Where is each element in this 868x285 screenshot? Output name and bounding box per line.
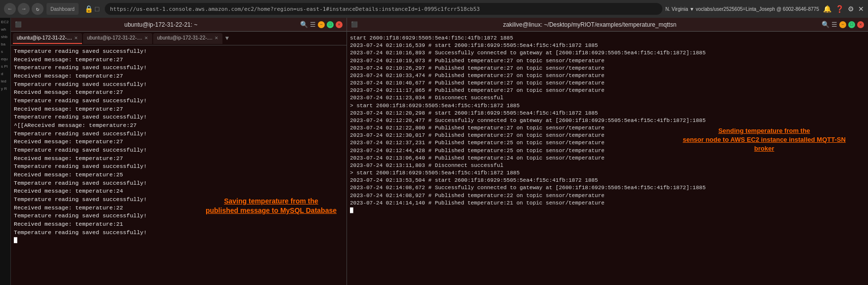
security-icon: 🔒 bbox=[85, 5, 93, 13]
terminal-left-cursor: █ bbox=[14, 237, 344, 245]
terminal-left-body: Temperature reading saved successfully!R… bbox=[11, 45, 347, 285]
terminal-left-tab-3[interactable]: ubuntu@ip-172-31-22-.... ✕ bbox=[153, 33, 222, 44]
terminal-left-line: Received message: temperature:27 bbox=[14, 155, 344, 163]
terminal-left-line: Temperature reading saved successfully! bbox=[14, 113, 344, 122]
bell-icon[interactable]: 🔔 bbox=[823, 5, 831, 13]
terminal-right-line: 2023-07-24 02:12:20,298 # start 2600:1f1… bbox=[350, 110, 865, 117]
terminal-right-line: 2023-07-24 02:11:17,865 # Published temp… bbox=[350, 87, 865, 94]
terminal-right-search-icon[interactable]: 🔍 bbox=[822, 21, 829, 29]
annotation-left-line2: published message to MySQL Database bbox=[206, 206, 337, 216]
side-label-ba: ba bbox=[1, 42, 9, 46]
terminal-right-title: zakilive@linux: ~/Desktop/myRIOT/example… bbox=[360, 21, 820, 28]
terminal-right-body: start 2600:1f18:6929:5505:5ea4:f15c:41fb… bbox=[347, 32, 868, 285]
side-label-yr: y R bbox=[1, 86, 9, 91]
terminal-left-maximize[interactable]: □ bbox=[327, 21, 334, 28]
terminal-left-icon: ⬛ bbox=[15, 21, 22, 28]
annotation-left-line1: Saving temperature from the bbox=[206, 197, 337, 206]
browser-tab-label[interactable]: Dashboard bbox=[50, 6, 75, 12]
terminal-right-line: start 2600:1f18:6929:5505:5ea4:f15c:41fb… bbox=[350, 35, 865, 42]
annotation-right-line1: Sending temperature from the bbox=[675, 126, 853, 135]
browser-controls: ← → ↻ bbox=[4, 3, 43, 15]
terminal-right-cursor: █ bbox=[350, 207, 865, 214]
browser-bar: ← → ↻ Dashboard 🔒 □ https://us-east-1.co… bbox=[0, 0, 868, 18]
url-text: https://us-east-1.console.aws.amazon.com… bbox=[110, 6, 479, 12]
terminal-left-line: Temperature reading saved successfully! bbox=[14, 81, 344, 89]
page-icon: □ bbox=[95, 5, 99, 13]
back-button[interactable]: ← bbox=[4, 3, 16, 15]
terminal-right-line: 2023-07-24 02:10:16,893 # Successfully c… bbox=[350, 49, 865, 57]
help-icon[interactable]: ❓ bbox=[835, 5, 844, 13]
tab3-close-icon[interactable]: ✕ bbox=[215, 36, 218, 41]
side-labels-panel: EC2 wh shb ba s equ s Pl d led y R bbox=[0, 18, 11, 285]
terminal-right-maximize[interactable]: □ bbox=[848, 21, 855, 28]
terminal-left-line: Temperature reading saved successfully! bbox=[14, 97, 344, 105]
terminal-left-tab-2[interactable]: ubuntu@ip-172-31-22-.... ✕ bbox=[83, 33, 152, 44]
tab2-close-icon[interactable]: ✕ bbox=[144, 36, 148, 41]
terminal-left-line: Received message: temperature:27 bbox=[14, 138, 344, 146]
terminal-left-line: Received message: temperature:25 bbox=[14, 171, 344, 179]
side-label-shb: shb bbox=[1, 35, 9, 39]
terminal-left-line: Temperature reading saved successfully! bbox=[14, 47, 344, 56]
terminal-right-close[interactable]: ✕ bbox=[857, 21, 864, 28]
terminal-left-tabs: ubuntu@ip-172-31-22-.... ✕ ubuntu@ip-172… bbox=[11, 32, 347, 45]
terminal-left-minimize[interactable]: − bbox=[318, 21, 325, 28]
terminal-left-line: Temperature reading saved successfully! bbox=[14, 179, 344, 188]
terminal-left-line: Received message: temperature:21 bbox=[14, 220, 344, 229]
terminal-left-line: ^[[AReceived message: temperature:27 bbox=[14, 122, 344, 130]
terminal-right-line: 2023-07-24 02:10:19,073 # Published temp… bbox=[350, 57, 865, 65]
terminal-right-line: > start 2600:1f18:6929:5505:5ea4:f15c:41… bbox=[350, 169, 865, 177]
terminal-right-minimize[interactable]: − bbox=[839, 21, 846, 28]
side-label-ec2: EC2 bbox=[1, 20, 9, 24]
terminal-left-titlebar: ⬛ ubuntu@ip-172-31-22-21: ~ 🔍 ☰ − □ ✕ bbox=[11, 18, 347, 32]
terminal-right-titlebar: ⬛ zakilive@linux: ~/Desktop/myRIOT/examp… bbox=[347, 18, 868, 32]
terminal-left-line: Received message: temperature:27 bbox=[14, 88, 344, 97]
account-info: N. Virginia ▼ voclabs/user2525605=Linta_… bbox=[665, 6, 819, 12]
close-icon[interactable]: ✕ bbox=[858, 5, 864, 13]
side-label-wh: wh bbox=[1, 27, 9, 32]
terminal-right-line: 2023-07-24 02:13:53,504 # start 2600:1f1… bbox=[350, 177, 865, 184]
annotation-right: Sending temperature from the sensor node… bbox=[675, 126, 853, 154]
tab1-close-icon[interactable]: ✕ bbox=[74, 36, 78, 41]
terminal-right-line: 2023-07-24 02:13:11,803 # Disconnect suc… bbox=[350, 162, 865, 169]
terminal-left: ⬛ ubuntu@ip-172-31-22-21: ~ 🔍 ☰ − □ ✕ ub… bbox=[11, 18, 347, 285]
address-bar[interactable]: https://us-east-1.console.aws.amazon.com… bbox=[105, 3, 662, 15]
terminal-right-icon: ⬛ bbox=[351, 21, 358, 28]
terminal-left-tab-1[interactable]: ubuntu@ip-172-31-22-.... ✕ bbox=[13, 33, 82, 44]
terminal-right-line: 2023-07-24 02:10:40,677 # Published temp… bbox=[350, 80, 865, 87]
terminal-right-line: 2023-07-24 02:14:08,672 # Successfully c… bbox=[350, 184, 865, 192]
terminal-left-search-icon[interactable]: 🔍 bbox=[300, 21, 308, 29]
terminal-right-line: 2023-07-24 02:10:16,539 # start 2600:1f1… bbox=[350, 42, 865, 49]
refresh-button[interactable]: ↻ bbox=[32, 3, 43, 15]
settings-icon[interactable]: ⚙ bbox=[848, 5, 854, 13]
side-label-d: d bbox=[1, 72, 9, 76]
terminal-right-line: 2023-07-24 02:12:20,477 # Successfully c… bbox=[350, 117, 865, 124]
forward-button[interactable]: → bbox=[18, 3, 30, 15]
terminal-right-line: 2023-07-24 02:10:26,297 # Published temp… bbox=[350, 65, 865, 72]
terminal-right-line: 2023-07-24 02:10:33,474 # Published temp… bbox=[350, 72, 865, 80]
annotation-right-line2: sensor node to AWS EC2 instance installe… bbox=[675, 135, 853, 153]
terminal-left-line: Received message: temperature:27 bbox=[14, 72, 344, 81]
terminal-left-line: Temperature reading saved successfully! bbox=[14, 229, 344, 237]
terminal-right-menu-icon[interactable]: ☰ bbox=[831, 21, 837, 29]
tab-dropdown-icon[interactable]: ▼ bbox=[225, 35, 229, 42]
terminal-right: ⬛ zakilive@linux: ~/Desktop/myRIOT/examp… bbox=[347, 18, 868, 285]
terminal-right-line: 2023-07-24 02:13:06,640 # Published temp… bbox=[350, 155, 865, 162]
terminal-left-line: Temperature reading saved successfully! bbox=[14, 130, 344, 138]
side-label-equ: equ bbox=[1, 57, 9, 61]
terminal-left-line: Temperature reading saved successfully! bbox=[14, 64, 344, 72]
terminal-left-line: Temperature reading saved successfully! bbox=[14, 163, 344, 171]
terminal-left-close[interactable]: ✕ bbox=[336, 21, 343, 28]
terminal-left-title: ubuntu@ip-172-31-22-21: ~ bbox=[24, 21, 298, 28]
side-label-s: s bbox=[1, 49, 9, 54]
browser-right-info: N. Virginia ▼ voclabs/user2525605=Linta_… bbox=[665, 5, 864, 13]
terminal-left-line: Received message: temperature:27 bbox=[14, 56, 344, 64]
terminal-right-line: > start 2600:1f18:6929:5505:5ea4:f15c:41… bbox=[350, 102, 865, 110]
side-label-spl: s Pl bbox=[1, 64, 9, 69]
terminal-right-line: 2023-07-24 02:14:14,140 # Published temp… bbox=[350, 200, 865, 207]
side-label-led: led bbox=[1, 79, 9, 83]
terminal-left-line: Received message: temperature:24 bbox=[14, 187, 344, 196]
terminal-left-menu-icon[interactable]: ☰ bbox=[310, 21, 316, 29]
terminal-right-line: 2023-07-24 02:11:23,034 # Disconnect suc… bbox=[350, 94, 865, 102]
terminal-right-line: 2023-07-24 02:14:08,927 # Published temp… bbox=[350, 192, 865, 200]
main-content: EC2 wh shb ba s equ s Pl d led y R ⬛ ubu… bbox=[0, 18, 868, 285]
